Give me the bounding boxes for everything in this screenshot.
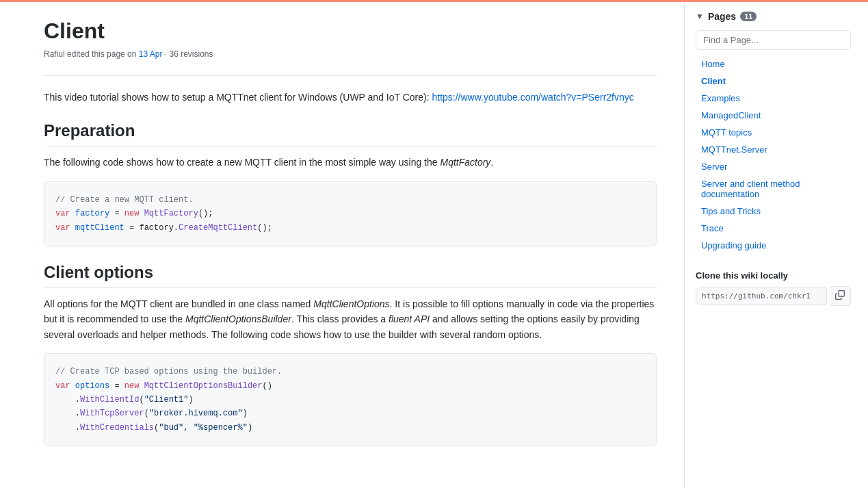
- nav-link-managedclient[interactable]: ManagedClient: [696, 107, 851, 124]
- meta-revisions: 36 revisions: [170, 49, 213, 59]
- nav-item-server-client-method[interactable]: Server and client method documentation: [696, 175, 851, 203]
- nav-item-upgrading-guide[interactable]: Upgrading guide: [696, 237, 851, 254]
- mqttclientoptions-italic: MqttClientOptions: [313, 298, 389, 309]
- nav-item-managedclient[interactable]: ManagedClient: [696, 107, 851, 124]
- nav-item-tips-tricks[interactable]: Tips and Tricks: [696, 203, 851, 220]
- page-search-input[interactable]: [696, 30, 851, 50]
- code-factory-var: factory: [75, 209, 109, 218]
- nav-item-mqtt-topics[interactable]: MQTT topics: [696, 124, 851, 141]
- code-options-var: options: [75, 381, 109, 391]
- preparation-heading: Preparation: [44, 121, 657, 146]
- code-new-1: new: [124, 209, 140, 218]
- copy-icon: [835, 290, 845, 300]
- code-mqttclient-var: mqttClient: [75, 223, 124, 233]
- chevron-down-icon: ▼: [696, 12, 704, 21]
- client-options-code-block: // Create TCP based options using the bu…: [44, 353, 657, 446]
- intro-text-before: This video tutorial shows how to setup a…: [44, 92, 432, 103]
- nav-link-tips-tricks[interactable]: Tips and Tricks: [696, 203, 851, 220]
- code-withcredentials: WithCredentials: [80, 423, 154, 433]
- nav-link-examples[interactable]: Examples: [696, 90, 851, 107]
- sidebar: ▼ Pages 11 Home Client Examples ManagedC…: [684, 0, 862, 488]
- nav-link-server[interactable]: Server: [696, 158, 851, 175]
- clone-copy-button[interactable]: [830, 286, 851, 306]
- code-withclientid: WithClientId: [80, 395, 139, 404]
- code-comment-2: // Create TCP based options using the bu…: [55, 367, 282, 376]
- nav-link-upgrading-guide[interactable]: Upgrading guide: [696, 237, 851, 254]
- code-var-2: var: [55, 223, 70, 233]
- pages-count-badge: 11: [740, 12, 757, 21]
- pages-header: ▼ Pages 11: [696, 11, 851, 22]
- code-new-2: new: [124, 381, 140, 391]
- nav-item-server[interactable]: Server: [696, 158, 851, 175]
- clone-input-row: [696, 286, 851, 306]
- nav-item-home[interactable]: Home: [696, 55, 851, 73]
- pages-nav-list: Home Client Examples ManagedClient MQTT …: [696, 55, 851, 254]
- meta-edited: edited this page on: [67, 49, 136, 59]
- code-clientid-val: "Client1": [144, 395, 189, 404]
- top-divider: [44, 75, 657, 76]
- nav-item-mqttnet-server[interactable]: MQTTnet.Server: [696, 141, 851, 158]
- page-title: Client: [44, 18, 657, 44]
- code-withtcpserver: WithTcpServer: [80, 409, 144, 418]
- code-var-1: var: [55, 209, 70, 218]
- client-options-description: All options for the MQTT client are bund…: [44, 296, 657, 342]
- nav-link-server-client-method[interactable]: Server and client method documentation: [696, 175, 851, 203]
- code-broker-val: "broker.hivemq.com": [149, 409, 243, 418]
- nav-link-home[interactable]: Home: [696, 55, 851, 73]
- meta-date-link[interactable]: 13 Apr: [139, 49, 163, 59]
- preparation-code-block: // Create a new MQTT client. var factory…: [44, 181, 657, 246]
- clone-title: Clone this wiki locally: [696, 270, 851, 281]
- preparation-description: The following code shows how to create a…: [44, 155, 657, 170]
- author-name: Rafiul: [44, 49, 65, 59]
- clone-url-input[interactable]: [696, 287, 827, 305]
- nav-item-client[interactable]: Client: [696, 73, 851, 90]
- code-creds-val: "bud": [159, 423, 183, 433]
- clone-section: Clone this wiki locally: [696, 270, 851, 306]
- intro-paragraph: This video tutorial shows how to setup a…: [44, 90, 657, 105]
- code-pass-val: "%spencer%": [194, 423, 248, 433]
- code-mqttfactory: MqttFactory: [144, 209, 198, 218]
- client-options-heading: Client options: [44, 263, 657, 288]
- main-content: Client Rafiul edited this page on 13 Apr…: [0, 2, 684, 488]
- intro-link[interactable]: https://www.youtube.com/watch?v=PSerr2fv…: [432, 92, 633, 103]
- mqttclientoptionsbuilder-italic: MqttClientOptionsBuilder: [185, 313, 291, 324]
- nav-link-mqtt-topics[interactable]: MQTT topics: [696, 124, 851, 141]
- nav-link-client[interactable]: Client: [696, 73, 851, 90]
- code-comment-1: // Create a new MQTT client.: [55, 195, 194, 205]
- pages-label: Pages: [708, 11, 736, 22]
- nav-link-trace[interactable]: Trace: [696, 220, 851, 237]
- code-var-3: var: [55, 381, 70, 391]
- nav-link-mqttnet-server[interactable]: MQTTnet.Server: [696, 141, 851, 158]
- code-mqttoptionsbuilder: MqttClientOptionsBuilder: [144, 381, 263, 391]
- nav-item-trace[interactable]: Trace: [696, 220, 851, 237]
- fluent-api-italic: fluent API: [389, 313, 430, 324]
- page-meta: Rafiul edited this page on 13 Apr · 36 r…: [44, 49, 657, 59]
- code-createmqttclient: CreateMqttClient: [179, 223, 257, 233]
- nav-item-examples[interactable]: Examples: [696, 90, 851, 107]
- mqttfactory-italic: MqttFactory: [440, 157, 490, 168]
